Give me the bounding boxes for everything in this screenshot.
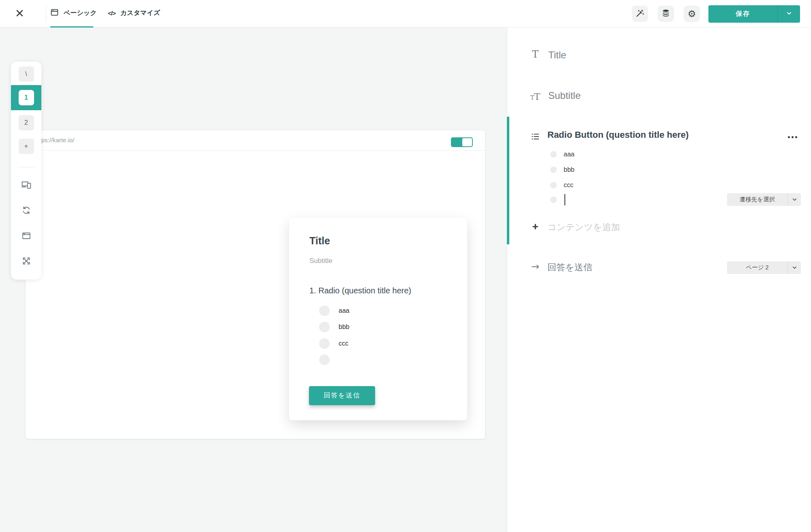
radio-circle-icon[interactable]: [319, 355, 330, 365]
plus-icon: +: [529, 221, 541, 232]
active-tab-underline: [50, 26, 93, 28]
toggle-knob: [462, 138, 472, 146]
modal-radio-option[interactable]: bbb: [319, 322, 350, 332]
tab-basic[interactable]: ベーシック: [50, 0, 97, 26]
ellipsis-icon: [788, 136, 790, 138]
modal-question: 1. Radio (question title here): [309, 286, 411, 295]
option-label: bbb: [339, 323, 350, 331]
destination-select[interactable]: 遷移先を選択: [727, 193, 801, 206]
page-item-blank[interactable]: \: [19, 66, 34, 82]
tab-customize[interactable]: </> カスタマイズ: [108, 0, 160, 26]
page-item-1[interactable]: 1: [19, 90, 34, 105]
radio-circle-icon: [550, 197, 557, 203]
gear-icon: ⚙: [688, 9, 696, 19]
destination-select-label: 遷移先を選択: [727, 193, 787, 206]
radio-option-field[interactable]: bbb: [564, 166, 575, 173]
save-button-label[interactable]: 保存: [708, 5, 777, 23]
device-preview-button[interactable]: [19, 178, 33, 192]
add-content-button[interactable]: コンテンツを追加: [547, 221, 620, 233]
top-bar: ベーシック </> カスタマイズ: [0, 0, 811, 28]
selected-section-bar: [507, 117, 509, 244]
editor-subtitle-field[interactable]: Subtitle: [548, 90, 581, 101]
close-button[interactable]: [14, 8, 25, 19]
save-button[interactable]: 保存: [708, 5, 800, 23]
browser-url-bar: https://karte.io/: [26, 130, 485, 151]
radio-circle-icon[interactable]: [319, 338, 330, 349]
arrow-right-icon: →: [529, 262, 541, 271]
page-select[interactable]: ページ 2: [727, 261, 801, 274]
topbar-divider: [46, 5, 46, 22]
radio-question-title[interactable]: Radio Button (question title here): [547, 130, 689, 140]
editor-panel: [507, 28, 811, 532]
radio-circle-icon[interactable]: [319, 306, 330, 316]
fullscreen-button[interactable]: [19, 254, 33, 268]
magic-wand-button[interactable]: [632, 6, 648, 22]
app-window: ベーシック </> カスタマイズ: [0, 0, 811, 532]
submit-answers-row[interactable]: 回答を送信: [547, 261, 592, 273]
preview-toggle[interactable]: [451, 137, 473, 147]
chevron-down-icon: [787, 261, 801, 274]
refresh-button[interactable]: [19, 204, 33, 218]
modal-radio-option-empty[interactable]: [319, 355, 330, 365]
refresh-icon: [21, 205, 31, 216]
chevron-down-icon: [786, 10, 792, 18]
radio-circle-icon: [550, 182, 557, 188]
database-icon: [661, 9, 670, 19]
list-icon: [529, 132, 541, 141]
radio-option-field[interactable]: ccc: [564, 182, 573, 189]
devices-icon: [21, 179, 32, 191]
browser-window-icon: [50, 8, 59, 18]
preview-modal: Title Subtitle 1. Radio (question title …: [289, 218, 467, 420]
settings-button[interactable]: ⚙: [684, 6, 700, 22]
page-item-2[interactable]: 2: [19, 115, 34, 130]
text-cursor: [564, 194, 565, 205]
modal-title: Title: [309, 235, 330, 247]
option-label: aaa: [339, 307, 350, 314]
fullscreen-icon: [21, 256, 31, 267]
radio-circle-icon: [550, 167, 557, 173]
chevron-down-icon: [787, 193, 801, 206]
editor-title-field[interactable]: Title: [548, 49, 566, 61]
code-icon: </>: [108, 10, 116, 17]
radio-circle-icon[interactable]: [319, 322, 330, 332]
active-page-highlight: 1: [11, 85, 41, 110]
magic-wand-icon: [635, 9, 644, 19]
subtitle-type-icon: TT: [529, 92, 541, 102]
pages-toolbar: \ 1 2 +: [11, 62, 41, 280]
modal-subtitle: Subtitle: [309, 257, 333, 265]
modal-submit-button[interactable]: 回答を送信: [309, 386, 375, 405]
tab-customize-label: カスタマイズ: [120, 9, 160, 17]
add-page-button[interactable]: +: [19, 139, 34, 154]
window-icon: [21, 231, 31, 242]
save-dropdown-toggle[interactable]: [777, 5, 800, 23]
close-icon: [16, 10, 23, 18]
window-mode-button[interactable]: [19, 229, 33, 243]
title-type-icon: T: [529, 49, 541, 60]
option-label: ccc: [339, 340, 348, 347]
radio-circle-icon: [550, 151, 557, 158]
radio-option-field[interactable]: aaa: [564, 151, 575, 158]
modal-radio-option[interactable]: aaa: [319, 306, 350, 316]
tab-basic-label: ベーシック: [64, 9, 97, 17]
more-options-button[interactable]: [784, 132, 800, 142]
modal-radio-option[interactable]: ccc: [319, 338, 348, 349]
page-select-label: ページ 2: [727, 261, 787, 274]
toolbar-divider: [17, 167, 35, 167]
database-button[interactable]: [658, 6, 674, 22]
